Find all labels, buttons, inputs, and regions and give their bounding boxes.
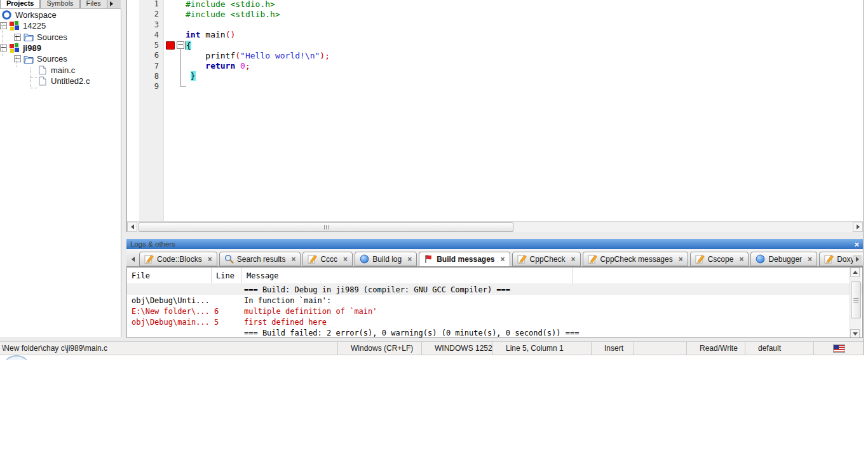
flag-icon [424, 254, 433, 264]
codeblocks-window: ProjectsSymbolsFiles Workspace14225Sourc… [0, 0, 864, 355]
editor-line-1[interactable]: 1#include <stdio.h> [127, 0, 863, 9]
close-tab-icon[interactable]: × [679, 256, 683, 262]
tabs-scroll-right-button[interactable] [853, 255, 862, 264]
breakpoint-icon[interactable] [166, 41, 175, 50]
logs-vertical-scrollbar[interactable] [850, 268, 861, 338]
editor-line-7[interactable]: 7 return 0; [127, 61, 863, 71]
status-locale-field [813, 342, 864, 355]
editor-horizontal-scrollbar[interactable] [127, 221, 863, 232]
close-tab-icon[interactable]: × [501, 256, 505, 262]
scroll-down-button[interactable] [850, 329, 860, 338]
close-tab-icon[interactable]: × [208, 256, 212, 262]
close-tab-icon[interactable]: × [291, 256, 295, 262]
build-message-row[interactable]: obj\Debug\Unti...In function `main': [127, 295, 862, 306]
file-icon [37, 76, 48, 86]
tree-item-sources[interactable]: Sources [0, 32, 121, 43]
scroll-up-button[interactable] [850, 268, 860, 277]
cell-line: 5 [212, 318, 242, 327]
editor-line-6[interactable]: 6 printf("Hello world!\n"); [127, 50, 863, 60]
line-number[interactable]: 7 [127, 62, 163, 71]
tree-item-untitled2-c[interactable]: Untitled2.c [0, 76, 121, 86]
build-message-row[interactable]: E:\New folder\...6multiple definition of… [127, 306, 862, 316]
logs-tab-build-log[interactable]: Build log× [355, 252, 417, 266]
tree-connector [31, 67, 31, 88]
scroll-left-button[interactable] [127, 222, 137, 232]
line-number[interactable]: 1 [127, 0, 163, 8]
build-message-row[interactable]: === Build failed: 2 error(s), 0 warning(… [127, 328, 862, 338]
collapse-icon[interactable] [0, 44, 7, 51]
fold-margin[interactable] [177, 41, 186, 49]
editor-line-2[interactable]: 2#include <stdlib.h> [127, 9, 863, 19]
scroll-right-button[interactable] [853, 222, 863, 232]
collapse-icon[interactable] [14, 55, 21, 62]
tab-label: Search results [237, 255, 286, 264]
management-tab-symbols[interactable]: Symbols [40, 0, 79, 8]
line-number[interactable]: 6 [127, 51, 163, 60]
tree-item-workspace[interactable]: Workspace [0, 10, 121, 20]
close-tab-icon[interactable]: × [808, 256, 812, 262]
logs-tab-build-messages[interactable]: Build messages× [419, 252, 510, 266]
pencil-icon [588, 254, 597, 264]
editor-line-4[interactable]: 4int main() [127, 30, 863, 40]
logs-tab-debugger[interactable]: Debugger× [750, 252, 817, 266]
arrow-right-icon [857, 224, 860, 229]
tree-item-ji989[interactable]: ji989 [0, 43, 121, 53]
close-tab-icon[interactable]: × [571, 256, 576, 262]
editor-line-9[interactable]: 9 [127, 81, 863, 92]
line-number[interactable]: 3 [127, 20, 163, 29]
close-pane-icon[interactable]: × [854, 240, 859, 248]
management-tabstrip: ProjectsSymbolsFiles [0, 0, 121, 9]
logs-tab-code-blocks[interactable]: Code::Blocks× [139, 252, 217, 266]
tab-label: Code::Blocks [157, 255, 202, 264]
column-header-line[interactable]: Line [212, 268, 242, 283]
line-number[interactable]: 5 [127, 41, 163, 50]
code-editor[interactable]: 1#include <stdio.h>2#include <stdlib.h>3… [126, 0, 863, 232]
line-number[interactable]: 4 [127, 31, 163, 39]
logs-tab-cppcheck[interactable]: CppCheck× [512, 252, 581, 266]
line-number[interactable]: 2 [127, 10, 163, 18]
cell-message: multiple definition of `main' [242, 307, 862, 316]
marker-margin[interactable] [163, 41, 177, 50]
line-number[interactable]: 8 [127, 72, 163, 81]
column-header-message[interactable]: Message [242, 268, 573, 283]
tab-label: CppCheck [530, 255, 566, 264]
status-insert-mode: Insert [591, 342, 634, 355]
code-text: #include <stdio.h> [186, 0, 863, 9]
line-number[interactable]: 9 [127, 82, 163, 91]
close-tab-icon[interactable]: × [739, 256, 743, 262]
expand-icon[interactable] [14, 34, 21, 41]
editor-line-3[interactable]: 3 [127, 20, 863, 30]
tree-item-sources[interactable]: Sources [0, 53, 121, 64]
logs-tab-cppcheck-messages[interactable]: CppCheck messages× [583, 252, 688, 266]
arrow-right-icon [856, 257, 859, 262]
column-header-file[interactable]: File [127, 268, 212, 283]
tree-item-14225[interactable]: 14225 [0, 20, 121, 31]
logs-tab-cccc[interactable]: Cccc× [302, 252, 353, 266]
vertical-scroll-thumb[interactable] [851, 282, 861, 318]
status-bar: \New folder\chay c\ji989\main.c Windows … [0, 341, 864, 355]
code-text: { [186, 41, 863, 50]
build-message-row[interactable]: obj\Debug\main...5first defined here [127, 317, 862, 328]
status-encoding: WINDOWS 1252 [421, 342, 492, 355]
cell-line: 6 [212, 307, 242, 316]
editor-line-8[interactable]: 8 } [127, 71, 863, 81]
collapse-icon[interactable] [0, 22, 7, 29]
tabstrip-overflow-arrow-icon[interactable] [110, 1, 113, 6]
management-tab-files[interactable]: Files [80, 0, 107, 8]
logs-pane: Logs & others × Code::Blocks×Search resu… [126, 239, 863, 338]
management-tab-projects[interactable]: Projects [0, 0, 40, 8]
close-tab-icon[interactable]: × [407, 256, 412, 262]
close-tab-icon[interactable]: × [343, 256, 348, 262]
status-readwrite: Read/Write [686, 342, 745, 355]
pencil-icon [824, 254, 834, 264]
editor-line-5[interactable]: 5{ [127, 40, 863, 50]
logs-tab-search-results[interactable]: Search results× [219, 252, 301, 266]
logs-tab-cscope[interactable]: Cscope× [690, 252, 749, 266]
horizontal-scroll-thumb[interactable] [139, 222, 513, 232]
pencil-icon [144, 254, 154, 264]
tree-item-main-c[interactable]: main.c [0, 64, 121, 75]
logs-caption-bar[interactable]: Logs & others × [126, 239, 863, 249]
build-message-row[interactable]: === Build: Debug in ji989 (compiler: GNU… [127, 284, 862, 295]
tabs-scroll-left-button[interactable] [128, 255, 137, 264]
status-empty-field [634, 342, 686, 355]
